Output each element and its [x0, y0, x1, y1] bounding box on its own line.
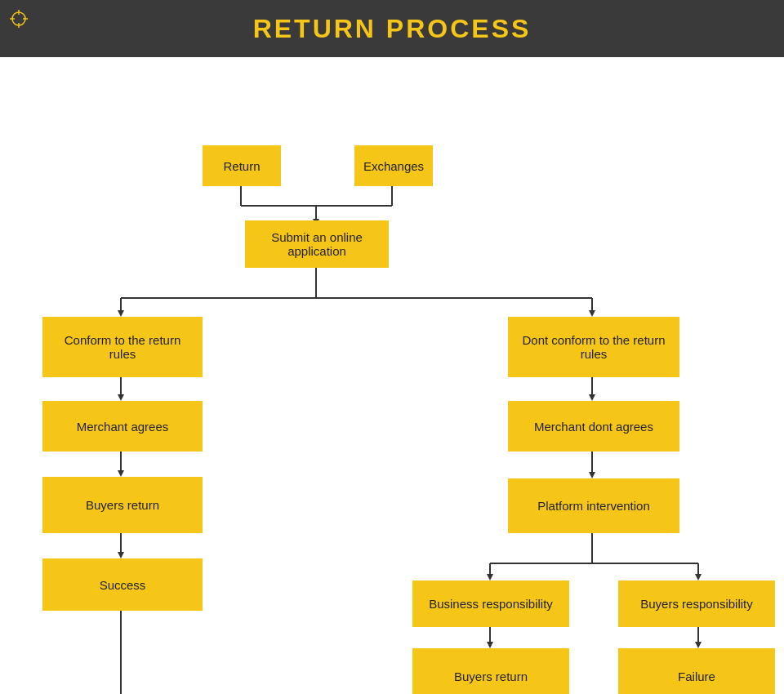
platform-box: Platform intervention [508, 478, 679, 533]
return-box: Return [203, 145, 281, 186]
merchant-agrees-box: Merchant agrees [42, 401, 203, 452]
svg-marker-30 [487, 574, 493, 581]
svg-marker-26 [589, 472, 595, 478]
svg-marker-16 [589, 310, 595, 317]
submit-box: Submit an online application [245, 220, 389, 268]
merchant-dont-box: Merchant dont agrees [508, 401, 679, 452]
svg-marker-20 [118, 470, 124, 477]
svg-marker-24 [589, 394, 595, 401]
svg-marker-32 [695, 574, 702, 581]
buyers-return-left-box: Buyers return [42, 477, 203, 533]
svg-marker-22 [118, 552, 124, 558]
buyers-return-right-box: Buyers return [412, 648, 569, 694]
svg-marker-34 [487, 642, 493, 648]
page-header: RETURN PROCESS [0, 0, 784, 57]
crosshair-icon [10, 10, 28, 28]
dont-conform-box: Dont conform to the return rules [508, 317, 679, 377]
svg-marker-36 [695, 642, 702, 648]
flowchart: Return Exchanges Submit an online applic… [0, 57, 784, 694]
page-title: RETURN PROCESS [253, 14, 532, 44]
conform-box: Conform to the return rules [42, 317, 203, 377]
svg-marker-18 [118, 394, 124, 401]
success-box: Success [42, 558, 203, 611]
failure-box: Failure [618, 648, 775, 694]
buyers-resp-box: Buyers responsibility [618, 581, 775, 627]
svg-marker-14 [118, 310, 124, 317]
exchanges-box: Exchanges [354, 145, 433, 186]
business-resp-box: Business responsibility [412, 581, 569, 627]
